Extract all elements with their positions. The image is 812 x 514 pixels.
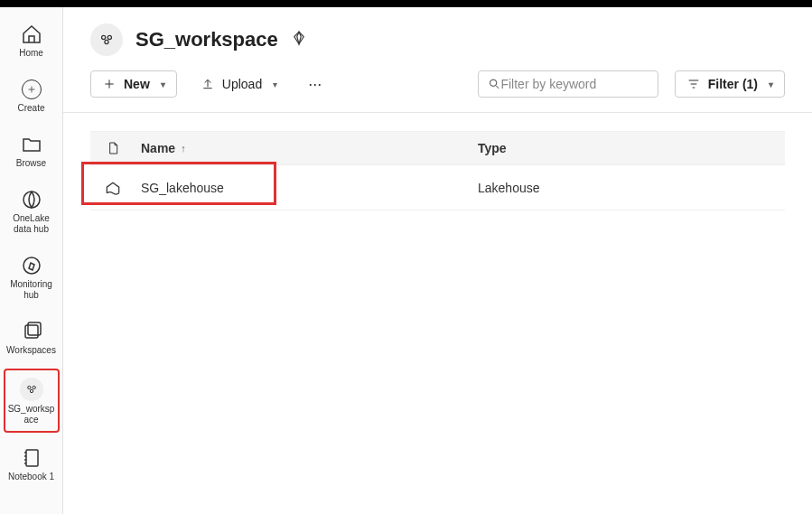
- table-row[interactable]: SG_lakehouse Lakehouse: [90, 165, 785, 210]
- svg-point-4: [27, 386, 30, 388]
- page-title: SG_workspace: [135, 28, 278, 51]
- folder-icon: [21, 134, 42, 155]
- svg-point-10: [105, 40, 108, 43]
- users-icon: [20, 378, 43, 401]
- content-table: Name ↑ Type SG_lakehouse Lakehouse: [63, 113, 812, 229]
- svg-rect-3: [28, 322, 41, 335]
- svg-point-11: [490, 79, 496, 86]
- filter-button[interactable]: Filter (1) ▾: [675, 70, 785, 98]
- sidebar-item-label: Workspaces: [6, 345, 56, 356]
- workspace-header: SG_workspace: [63, 7, 812, 65]
- workspaces-icon: [21, 321, 42, 342]
- sidebar-item-browse[interactable]: Browse: [4, 126, 60, 174]
- sidebar-item-label: OneLake data hub: [5, 213, 58, 235]
- ellipsis-icon: ···: [308, 75, 322, 93]
- compass-icon: [21, 255, 42, 276]
- chevron-down-icon: ▾: [273, 79, 277, 89]
- upload-button[interactable]: Upload ▾: [193, 71, 285, 97]
- svg-point-6: [30, 389, 33, 392]
- column-name-label: Name: [141, 141, 175, 155]
- new-button-label: New: [124, 77, 150, 91]
- svg-rect-2: [25, 325, 38, 338]
- svg-rect-7: [26, 450, 38, 466]
- users-icon: [90, 23, 123, 56]
- sidebar-item-label: SG_workspace: [7, 404, 56, 425]
- diamond-star-icon: [291, 30, 307, 50]
- document-icon: [106, 141, 120, 155]
- svg-point-5: [33, 386, 35, 388]
- toolbar: New ▾ Upload ▾ ··· Filter (1) ▾: [63, 65, 812, 113]
- svg-point-9: [107, 35, 111, 39]
- column-type-label: Type: [478, 141, 507, 155]
- sidebar-item-workspaces[interactable]: Workspaces: [4, 313, 60, 361]
- search-input[interactable]: [500, 77, 648, 91]
- sidebar-item-label: Notebook 1: [8, 472, 54, 482]
- search-wrap: [478, 70, 658, 98]
- plus-icon: [102, 77, 117, 91]
- search-icon: [488, 77, 501, 91]
- column-name-header[interactable]: Name ↑: [135, 141, 478, 155]
- sidebar-item-sg-workspace[interactable]: SG_workspace: [4, 369, 60, 433]
- sidebar-item-monitoring[interactable]: Monitoring hub: [4, 248, 60, 306]
- sort-ascending-icon: ↑: [181, 143, 186, 154]
- notebook-icon: [21, 447, 42, 469]
- sidebar-item-label: Home: [19, 48, 43, 59]
- lakehouse-icon: [104, 179, 122, 197]
- sidebar-item-label: Create: [17, 103, 44, 114]
- table-header: Name ↑ Type: [90, 131, 785, 165]
- sidebar-item-onelake[interactable]: OneLake data hub: [4, 182, 60, 240]
- svg-point-0: [23, 192, 40, 208]
- onelake-icon: [21, 189, 42, 210]
- svg-point-8: [102, 35, 106, 39]
- column-icon-header: [90, 141, 135, 155]
- home-icon: [21, 23, 42, 45]
- sidebar-item-label: Monitoring hub: [5, 279, 58, 301]
- sidebar-item-notebook[interactable]: Notebook 1: [4, 440, 60, 488]
- row-type-cell: Lakehouse: [478, 181, 785, 195]
- upload-button-label: Upload: [222, 77, 262, 91]
- filter-button-label: Filter (1): [708, 77, 758, 91]
- chevron-down-icon: ▾: [161, 79, 165, 89]
- sidebar-item-create[interactable]: Create: [4, 71, 60, 119]
- chevron-down-icon: ▾: [769, 79, 773, 89]
- sidebar: Home Create Browse OneLake data hub Moni: [0, 7, 63, 514]
- row-icon-cell: [90, 179, 135, 197]
- main-area: SG_workspace New ▾ Upload ▾ ···: [63, 7, 812, 514]
- sidebar-item-home[interactable]: Home: [4, 16, 60, 64]
- svg-point-1: [23, 257, 40, 274]
- upload-icon: [201, 77, 215, 91]
- create-icon: [21, 79, 42, 100]
- column-type-header[interactable]: Type: [478, 141, 785, 155]
- row-name-cell: SG_lakehouse: [135, 181, 478, 195]
- sidebar-item-label: Browse: [16, 158, 46, 169]
- new-button[interactable]: New ▾: [90, 70, 177, 98]
- more-button[interactable]: ···: [301, 71, 329, 98]
- filter-icon: [686, 77, 701, 91]
